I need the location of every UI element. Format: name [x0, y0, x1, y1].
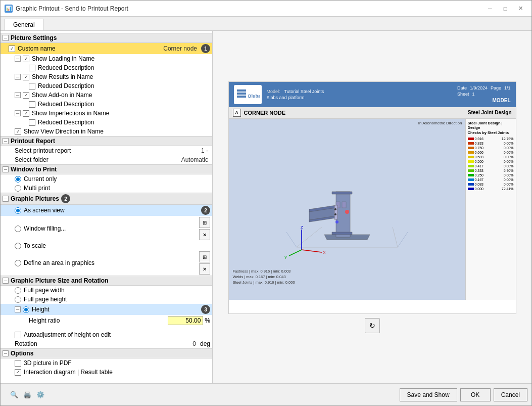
show-imperfections-collapse[interactable]: ─ — [15, 110, 21, 116]
tab-general[interactable]: General — [5, 19, 43, 30]
cancel-button[interactable]: Cancel — [494, 388, 527, 401]
legend-color-6 — [468, 165, 474, 167]
select-folder-value: Automatic — [181, 156, 210, 163]
ok-button[interactable]: OK — [460, 388, 491, 401]
current-only-row: Current only — [1, 174, 212, 184]
collapse-icon: ─ — [3, 35, 9, 41]
section-size-label: Graphic Picture Size and Rotation — [11, 277, 108, 284]
svg-rect-12 — [336, 192, 350, 237]
height-ratio-label: Height ratio — [29, 317, 168, 324]
select-report-value: 1 - — [201, 147, 210, 154]
minimize-button[interactable]: ─ — [483, 4, 497, 14]
section-options[interactable]: ─ Options — [1, 348, 212, 358]
left-panel: ─ Picture Settings Custom name Corner no… — [1, 31, 213, 383]
axonometric-label: In Axonometric Direction — [418, 121, 462, 125]
full-page-width-radio[interactable] — [15, 287, 21, 294]
show-loading-reduced-checkbox[interactable] — [29, 65, 35, 71]
legend-pct-2: 0.00% — [504, 146, 514, 150]
app-icon: 📊 — [5, 5, 13, 13]
legend-val-3: 0.666 — [475, 151, 484, 154]
height-collapse-icon[interactable]: ─ — [15, 306, 21, 312]
as-screen-view-buttons-row: Window filling... ⊞ ✕ — [1, 216, 212, 241]
title-bar-left: 📊 Graphic Printout - Send to Printout Re… — [5, 5, 128, 13]
show-results-row: ─ Show Results in Name — [1, 72, 212, 81]
legend-val-5: 0.500 — [475, 160, 484, 163]
current-only-radio[interactable] — [15, 176, 21, 183]
show-loading-collapse[interactable]: ─ — [15, 56, 21, 62]
show-addon-checkbox[interactable] — [23, 92, 29, 99]
legend-pct-10: 0.00% — [504, 183, 514, 186]
custom-name-checkbox[interactable] — [9, 46, 15, 52]
multi-print-row: Multi print — [1, 184, 212, 193]
print-icon-btn[interactable]: 🖨️ — [22, 389, 33, 400]
preview-container: Dlubal Model: Tutorial Steel Joints Slab… — [228, 81, 516, 314]
to-scale-row: To scale — [1, 241, 212, 250]
show-view-direction-checkbox[interactable] — [15, 128, 21, 135]
legend-item-3: 0.666 0.00% — [468, 151, 514, 154]
show-imperfections-label: Show Imperfections in Name — [32, 110, 210, 117]
svg-point-23 — [345, 210, 349, 214]
copy-icon-btn[interactable]: ⊞ — [199, 217, 210, 228]
define-area-delete-btn[interactable]: ✕ — [199, 263, 210, 275]
interaction-diagram-checkbox[interactable] — [15, 369, 21, 376]
legend-item-8: 0.250 0.00% — [468, 173, 514, 177]
section-graphic-pictures[interactable]: ─ Graphic Pictures 2 — [1, 193, 212, 205]
multi-print-radio[interactable] — [15, 185, 21, 192]
section-size-rotation[interactable]: ─ Graphic Picture Size and Rotation — [1, 276, 212, 286]
preview-legend: Steel Joint Design | Design Checks by St… — [465, 119, 516, 300]
delete-icon-btn[interactable]: ✕ — [199, 229, 210, 240]
pdf-3d-label: 3D picture in PDF — [24, 359, 210, 367]
legend-item-10: 0.083 0.00% — [468, 183, 514, 186]
show-loading-reduced-label: Reduced Description — [38, 64, 210, 71]
define-area-copy-btn[interactable]: ⊞ — [199, 251, 210, 262]
show-imperfections-reduced-checkbox[interactable] — [29, 119, 35, 126]
section-title-text: CORNER NODE — [244, 110, 286, 116]
search-icon-btn[interactable]: 🔍 — [9, 389, 20, 400]
as-screen-view-row: As screen view 2 — [1, 205, 212, 216]
svg-rect-2 — [237, 93, 246, 95]
full-page-height-radio[interactable] — [15, 296, 21, 303]
legend-pct-5: 0.00% — [504, 160, 514, 163]
section-picture-settings[interactable]: ─ Picture Settings — [1, 33, 212, 43]
rotation-unit: deg — [200, 340, 210, 347]
save-and-show-button[interactable]: Save and Show — [400, 388, 457, 401]
height-radio[interactable] — [23, 306, 29, 313]
legend-val-11: 0.000 — [475, 187, 484, 191]
page-value: 1/1 — [504, 85, 511, 91]
section-letter: A — [233, 109, 241, 117]
current-only-label: Current only — [24, 175, 210, 183]
show-results-reduced-row: Reduced Description — [1, 81, 212, 91]
show-results-reduced-checkbox[interactable] — [29, 83, 35, 89]
height-row: ─ Height 3 — [1, 304, 212, 315]
show-results-checkbox[interactable] — [23, 74, 29, 80]
show-addon-reduced-checkbox[interactable] — [29, 101, 35, 108]
legend-item-4: 0.583 0.00% — [468, 155, 514, 159]
legend-pct-8: 0.00% — [504, 173, 514, 177]
svg-point-24 — [335, 220, 338, 223]
define-area-radio[interactable] — [15, 260, 21, 266]
as-screen-view-radio[interactable] — [15, 207, 21, 214]
show-loading-checkbox[interactable] — [23, 56, 29, 62]
refresh-button[interactable]: ↻ — [365, 318, 380, 333]
show-addon-collapse[interactable]: ─ — [15, 92, 21, 98]
type-label: MODEL — [457, 98, 511, 103]
multi-print-label: Multi print — [24, 185, 210, 192]
show-imperfections-checkbox[interactable] — [23, 110, 29, 117]
settings-icon-btn[interactable]: ⚙️ — [35, 389, 46, 400]
svg-marker-14 — [332, 232, 352, 235]
pdf-3d-checkbox[interactable] — [15, 360, 21, 367]
height-ratio-input[interactable] — [168, 316, 203, 325]
to-scale-radio[interactable] — [15, 243, 21, 249]
svg-marker-13 — [332, 192, 352, 194]
show-results-collapse[interactable]: ─ — [15, 74, 21, 80]
window-filling-label: Window filling... — [24, 225, 197, 232]
close-button[interactable]: ✕ — [513, 4, 527, 14]
options-collapse-icon: ─ — [3, 350, 9, 356]
window-filling-radio[interactable] — [15, 225, 21, 232]
section-printout-report[interactable]: ─ Printout Report — [1, 136, 212, 146]
autoadjustment-checkbox[interactable] — [15, 332, 21, 338]
section-window-to-print[interactable]: ─ Window to Print — [1, 164, 212, 174]
maximize-button[interactable]: □ — [498, 4, 512, 14]
show-results-label: Show Results in Name — [32, 73, 210, 80]
rotation-row: Rotation 0 deg — [1, 339, 212, 348]
